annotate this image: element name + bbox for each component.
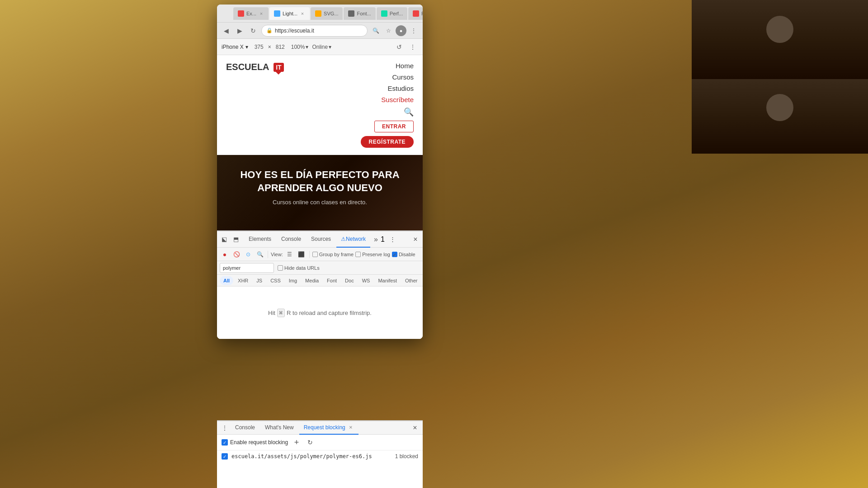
ssl-lock-icon: 🔒 bbox=[266, 28, 273, 33]
network-filter-input[interactable] bbox=[220, 263, 274, 273]
hide-data-urls-checkbox[interactable]: Hide data URLs bbox=[278, 265, 320, 271]
network-warning-icon: ⚠ bbox=[341, 236, 346, 242]
group-by-frame-checkbox-box bbox=[312, 252, 318, 257]
filter-font[interactable]: Font bbox=[323, 276, 340, 285]
network-status: Online bbox=[312, 44, 328, 50]
network-empty-message: Hit ⌘ R to reload and capture filmstrip. bbox=[268, 310, 372, 316]
filter-doc[interactable]: Doc bbox=[341, 276, 358, 285]
bookmark-button[interactable]: ☆ bbox=[383, 25, 394, 36]
profile-button[interactable]: ● bbox=[396, 25, 406, 36]
hero-text-block: HOY ES EL DÍA PERFECTO PARA APRENDER ALG… bbox=[226, 169, 414, 206]
device-zoom-selector[interactable]: 100% ▾ bbox=[291, 44, 309, 50]
drawer-tab-request-blocking[interactable]: Request blocking × bbox=[299, 421, 359, 435]
rotate-device-button[interactable]: ↺ bbox=[394, 42, 405, 52]
filter-other[interactable]: Other bbox=[401, 276, 421, 285]
back-button[interactable]: ◀ bbox=[221, 25, 231, 36]
hero-subtitle: Cursos online con clases en directo. bbox=[226, 199, 414, 206]
site-search-icon[interactable]: 🔍 bbox=[404, 107, 414, 117]
blocking-rule-item: ✓ escuela.it/assets/js/polymer/polymer-e… bbox=[217, 450, 423, 462]
device-height-input[interactable] bbox=[273, 44, 288, 50]
forward-button[interactable]: ▶ bbox=[234, 25, 245, 36]
zoom-chevron-icon: ▾ bbox=[306, 44, 308, 50]
url-text: https://escuela.it bbox=[275, 28, 314, 34]
tab-label-perf: Perf... bbox=[390, 11, 403, 16]
filter-css[interactable]: CSS bbox=[267, 276, 284, 285]
reload-button[interactable]: ↻ bbox=[248, 25, 259, 36]
devtools-tab-elements[interactable]: Elements bbox=[244, 231, 276, 248]
tab-close-light[interactable]: × bbox=[300, 11, 305, 16]
address-bar[interactable]: 🔒 https://escuela.it bbox=[261, 25, 368, 37]
filter-all[interactable]: All bbox=[220, 276, 233, 285]
nav-cursos[interactable]: Cursos bbox=[392, 73, 414, 81]
hero-title: HOY ES EL DÍA PERFECTO PARA APRENDER ALG… bbox=[226, 169, 414, 194]
devtools-tab-network[interactable]: ⚠ Network bbox=[336, 231, 370, 248]
browser-window: Ex... × Light... × SVG... Font... Perf..… bbox=[217, 5, 423, 339]
tab-favicon-ex bbox=[238, 10, 244, 17]
tab-light[interactable]: Light... × bbox=[269, 7, 310, 20]
devtools-tab-sources[interactable]: Sources bbox=[307, 231, 335, 248]
tab-label-faste: Faste... bbox=[421, 11, 423, 16]
nav-suscribete[interactable]: Suscríbete bbox=[381, 96, 414, 103]
device-chevron-icon: ▾ bbox=[245, 44, 248, 50]
tab-extensions[interactable]: Ex... × bbox=[233, 7, 269, 20]
tab-faste[interactable]: Faste... bbox=[408, 7, 423, 20]
clear-button[interactable]: 🚫 bbox=[231, 249, 241, 259]
devtools-tab-console[interactable]: Console bbox=[277, 231, 306, 248]
preserve-log-checkbox[interactable]: Preserve log bbox=[355, 252, 390, 257]
drawer-tab-console[interactable]: Console bbox=[231, 421, 259, 435]
nav-estudios[interactable]: Estudios bbox=[387, 84, 414, 92]
filter-icon[interactable]: ⊙ bbox=[243, 249, 253, 259]
registrate-button[interactable]: REGÍSTRATE bbox=[361, 136, 414, 148]
drawer-tab-close-icon[interactable]: × bbox=[348, 424, 354, 431]
tab-label-ex: Ex... bbox=[246, 11, 256, 16]
site-hero-banner: HOY ES EL DÍA PERFECTO PARA APRENDER ALG… bbox=[217, 155, 423, 230]
search-button[interactable]: 🔍 bbox=[370, 25, 381, 36]
view-filmstrip-icon[interactable]: ⬛ bbox=[297, 249, 307, 259]
record-button[interactable]: ● bbox=[220, 249, 230, 259]
tab-close-ex[interactable]: × bbox=[259, 11, 264, 16]
disable-cache-checkbox[interactable]: ✓ Disable bbox=[392, 252, 415, 257]
filter-media[interactable]: Media bbox=[302, 276, 322, 285]
toolbar-separator-2 bbox=[309, 251, 310, 258]
warning-count-badge: 1 bbox=[381, 235, 385, 244]
drawer-kebab-menu[interactable]: ⋮ bbox=[220, 423, 230, 433]
network-filter-bar: Hide data URLs bbox=[217, 261, 423, 275]
refresh-blocking-button[interactable]: ↻ bbox=[305, 437, 315, 447]
website-content: ESCUELA IT Home Cursos Estudios Suscríbe… bbox=[217, 55, 423, 230]
logo-text: ESCUELA bbox=[226, 62, 269, 72]
rule-checkbox[interactable]: ✓ bbox=[222, 453, 228, 460]
drawer-tab-whats-new[interactable]: What's New bbox=[260, 421, 298, 435]
filter-ws[interactable]: WS bbox=[359, 276, 374, 285]
group-by-frame-checkbox[interactable]: Group by frame bbox=[312, 252, 354, 257]
enable-blocking-toggle[interactable]: ✓ Enable request blocking bbox=[222, 439, 288, 446]
tab-font[interactable]: Font... bbox=[344, 7, 375, 20]
search-network-button[interactable]: 🔍 bbox=[255, 249, 265, 259]
device-selector[interactable]: iPhone X ▾ bbox=[222, 44, 248, 50]
device-width-input[interactable] bbox=[252, 44, 266, 50]
view-list-icon[interactable]: ☰ bbox=[285, 249, 295, 259]
webcam-person-top bbox=[692, 0, 868, 79]
devtools-settings-button[interactable]: ⋮ bbox=[387, 234, 398, 245]
filter-manifest[interactable]: Manifest bbox=[374, 276, 401, 285]
filter-xhr[interactable]: XHR bbox=[234, 276, 252, 285]
devtools-close-button[interactable]: × bbox=[410, 234, 421, 245]
rule-pattern: escuela.it/assets/js/polymer/polymer-es6… bbox=[231, 453, 392, 460]
nav-home[interactable]: Home bbox=[396, 62, 414, 70]
drawer-close-button[interactable]: × bbox=[410, 423, 420, 433]
tab-perf[interactable]: Perf... bbox=[377, 7, 407, 20]
entrar-button[interactable]: ENTRAR bbox=[374, 121, 414, 132]
logo-it-badge: IT bbox=[274, 63, 283, 72]
rule-blocked-count: 1 blocked bbox=[395, 453, 418, 460]
filter-js[interactable]: JS bbox=[253, 276, 266, 285]
devtools-panel: ⬕ ⬒ Elements Console Sources ⚠ Network »… bbox=[217, 230, 423, 339]
tab-svg[interactable]: SVG... bbox=[311, 7, 343, 20]
devtools-dock-button[interactable]: ⬕ bbox=[219, 234, 230, 245]
menu-button[interactable]: ⋮ bbox=[408, 25, 419, 36]
add-blocking-rule-button[interactable]: + bbox=[292, 437, 302, 447]
devtools-more-tabs[interactable]: » bbox=[372, 235, 380, 244]
browser-titlebar: Ex... × Light... × SVG... Font... Perf..… bbox=[217, 5, 423, 23]
network-throttle-selector[interactable]: Online ▾ bbox=[312, 44, 331, 50]
filter-img[interactable]: Img bbox=[285, 276, 301, 285]
devtools-undock-button[interactable]: ⬒ bbox=[231, 234, 241, 245]
device-more-button[interactable]: ⋮ bbox=[407, 42, 418, 52]
